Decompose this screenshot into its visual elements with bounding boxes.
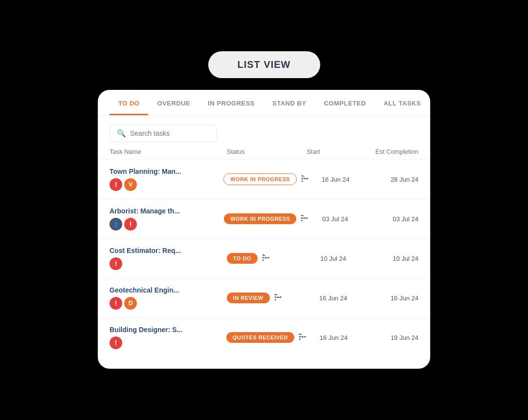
start-date: 16 Jun 24 — [307, 334, 360, 341]
svg-rect-14 — [303, 218, 305, 218]
avatar: ! — [110, 257, 122, 270]
avatars: !D — [110, 297, 227, 310]
avatar: V — [124, 178, 137, 191]
tab-completed[interactable]: COMPLETED — [315, 90, 375, 115]
completion-date: 03 Jul 24 — [361, 215, 418, 223]
table-row[interactable]: Building Designer: S...!QUOTES RECEIVED … — [98, 318, 430, 357]
svg-rect-39 — [303, 336, 305, 337]
status-badge: WORK IN PROGRESS — [223, 173, 297, 185]
table-header: Task Name Status Start Est Completion — [98, 148, 430, 160]
status-cell: WORK IN PROGRESS — [223, 173, 309, 185]
status-badge: QUOTES RECEIVED — [226, 332, 294, 343]
status-badge: WORK IN PROGRESS — [224, 213, 296, 224]
svg-rect-30 — [276, 297, 278, 297]
svg-rect-2 — [302, 181, 303, 182]
svg-rect-21 — [264, 255, 265, 255]
status-cell: WORK IN PROGRESS — [224, 213, 309, 224]
svg-rect-13 — [303, 215, 305, 216]
svg-rect-34 — [299, 339, 301, 340]
col-status: Status — [227, 148, 307, 155]
avatar: D — [124, 297, 137, 310]
search-row: 🔍 — [98, 125, 430, 148]
tree-icon — [262, 253, 270, 264]
status-cell: QUOTES RECEIVED — [226, 332, 307, 343]
task-name-cell: Arborist: Manage th...👤! — [110, 207, 224, 231]
search-icon: 🔍 — [117, 129, 126, 138]
task-name-cell: Town Planning: Man...!V — [110, 168, 223, 191]
tab-all-tasks[interactable]: ALL TASKS — [375, 90, 430, 115]
task-name: Town Planning: Man... — [110, 168, 223, 175]
tree-icon — [301, 174, 309, 185]
svg-rect-38 — [300, 336, 302, 337]
svg-rect-10 — [301, 220, 303, 222]
tab-in-progress[interactable]: IN PROGRESS — [199, 90, 264, 115]
tab-bar: TO DOOVERDUEIN PROGRESSSTAND BYCOMPLETED… — [98, 90, 430, 116]
svg-rect-6 — [303, 178, 305, 179]
avatars: ! — [110, 257, 227, 270]
completion-date: 16 Jun 24 — [360, 294, 418, 302]
tab-overdue[interactable]: OVERDUE — [148, 90, 199, 115]
svg-rect-31 — [278, 297, 280, 297]
table-row[interactable]: Arborist: Manage th...👤!WORK IN PROGRESS… — [98, 199, 430, 239]
tab-stand-by[interactable]: STAND BY — [264, 90, 315, 115]
avatar: ! — [110, 336, 122, 349]
list-view-button[interactable]: LIST VIEW — [208, 51, 320, 78]
avatar: ! — [110, 297, 122, 310]
page-wrapper: LIST VIEW TO DOOVERDUEIN PROGRESSSTAND B… — [0, 51, 528, 369]
table-row[interactable]: Town Planning: Man...!VWORK IN PROGRESS … — [98, 160, 430, 199]
tab-to-do[interactable]: TO DO — [110, 90, 148, 115]
status-cell: IN REVIEW — [227, 293, 307, 303]
svg-rect-22 — [264, 257, 265, 258]
svg-rect-26 — [274, 299, 276, 301]
status-badge: IN REVIEW — [227, 293, 270, 303]
col-start: Start — [307, 148, 360, 155]
avatar: ! — [110, 178, 122, 191]
task-list: Town Planning: Man...!VWORK IN PROGRESS … — [98, 160, 430, 357]
avatars: 👤! — [110, 218, 224, 231]
start-date: 03 Jul 24 — [309, 215, 361, 223]
start-date: 16 Jun 24 — [309, 176, 361, 183]
status-badge: TO DO — [227, 253, 258, 264]
start-date: 16 Jun 24 — [307, 294, 360, 302]
task-name: Building Designer: S... — [110, 326, 226, 334]
svg-rect-18 — [263, 260, 264, 261]
avatar: ! — [124, 218, 137, 231]
svg-rect-15 — [305, 218, 307, 218]
search-box: 🔍 — [110, 125, 217, 142]
avatars: ! — [110, 336, 226, 349]
main-card: TO DOOVERDUEIN PROGRESSSTAND BYCOMPLETED… — [98, 90, 430, 369]
completion-date: 10 Jul 24 — [360, 255, 418, 262]
task-name-cell: Cost Estimator: Req...! — [110, 247, 227, 270]
avatar: 👤 — [110, 218, 122, 231]
task-name: Arborist: Manage th... — [110, 207, 224, 215]
start-date: 10 Jul 24 — [307, 255, 360, 262]
task-name-cell: Geotechnical Engin...!D — [110, 286, 227, 310]
svg-rect-23 — [266, 257, 268, 258]
status-cell: TO DO — [227, 253, 307, 264]
task-name: Cost Estimator: Req... — [110, 247, 227, 254]
svg-rect-29 — [276, 294, 278, 295]
table-row[interactable]: Cost Estimator: Req...!TO DO 10 Jul 2410… — [98, 239, 430, 278]
search-input[interactable] — [130, 129, 208, 137]
completion-date: 19 Jun 24 — [360, 334, 418, 341]
svg-rect-5 — [303, 176, 305, 176]
col-task-name: Task Name — [110, 148, 227, 155]
svg-rect-37 — [300, 334, 302, 335]
tree-icon — [300, 213, 309, 224]
task-name-cell: Building Designer: S...! — [110, 326, 226, 349]
tree-icon — [298, 332, 307, 343]
col-completion: Est Completion — [360, 148, 418, 155]
svg-rect-7 — [306, 178, 308, 179]
table-row[interactable]: Geotechnical Engin...!DIN REVIEW 16 Jun … — [98, 278, 430, 318]
task-name: Geotechnical Engin... — [110, 286, 227, 294]
avatars: !V — [110, 178, 223, 191]
completion-date: 28 Jun 24 — [361, 176, 418, 183]
tree-icon — [274, 293, 283, 303]
